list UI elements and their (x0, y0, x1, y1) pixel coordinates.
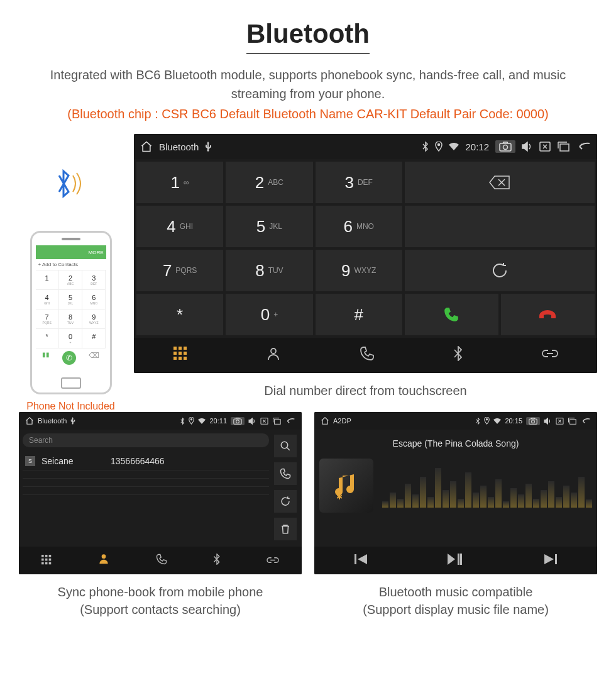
key-5[interactable]: 5JKL (226, 206, 312, 247)
tab-keypad-icon[interactable] (173, 347, 187, 364)
home-icon[interactable] (321, 416, 329, 425)
status-title: Bluetooth (159, 142, 199, 152)
key-8[interactable]: 8TUV (226, 250, 312, 291)
status-bar: Bluetooth 20:11 (19, 412, 302, 430)
recent-apps-icon[interactable] (272, 418, 281, 425)
svg-point-30 (102, 554, 106, 559)
next-track-icon[interactable] (544, 554, 557, 567)
dialer-screen: Bluetooth 20:12 (134, 134, 597, 373)
contact-badge: S (25, 456, 35, 466)
tab-contacts-icon[interactable] (97, 552, 110, 569)
svg-rect-41 (555, 554, 557, 564)
page-header: Bluetooth Integrated with BC6 Bluetooth … (0, 0, 616, 134)
key-3[interactable]: 3DEF (316, 162, 402, 203)
call-button[interactable] (405, 294, 498, 335)
page-subtitle: Integrated with BC6 Bluetooth module, su… (41, 65, 575, 103)
tab-calllog-icon[interactable] (156, 552, 167, 569)
tab-bluetooth-icon[interactable] (213, 552, 221, 569)
key-6[interactable]: 6MNO (316, 206, 402, 247)
svg-point-33 (532, 420, 535, 423)
svg-point-20 (281, 442, 288, 448)
bluetooth-status-icon (422, 142, 429, 152)
tab-calllog-icon[interactable] (360, 346, 375, 365)
svg-rect-5 (173, 347, 177, 350)
tab-pair-icon[interactable] (542, 347, 558, 364)
camera-icon[interactable] (231, 417, 245, 425)
camera-icon[interactable] (526, 417, 540, 425)
svg-rect-26 (49, 559, 52, 561)
svg-rect-11 (173, 357, 177, 360)
side-call-icon[interactable] (274, 462, 297, 485)
album-art-icon: ✱ (319, 459, 373, 513)
volume-icon[interactable] (544, 418, 552, 425)
wifi-icon (449, 143, 459, 150)
backspace-button[interactable] (405, 162, 595, 203)
usb-icon (205, 142, 212, 152)
usb-icon (70, 417, 75, 425)
recent-apps-icon[interactable] (568, 418, 576, 425)
volume-icon[interactable] (248, 418, 256, 425)
phone-keypad: 1 2ABC3DEF 4GHI5JKL6MNO 7PQRS8TUV9WXYZ *… (36, 270, 106, 348)
close-app-icon[interactable] (556, 418, 564, 425)
back-icon[interactable] (580, 418, 591, 425)
key-2[interactable]: 2ABC (226, 162, 312, 203)
svg-point-15 (191, 419, 192, 420)
side-sync-icon[interactable] (274, 490, 297, 513)
search-input[interactable]: Search (23, 433, 269, 447)
dialer-caption: Dial number direct from touchscreen (134, 382, 597, 399)
home-icon[interactable] (25, 416, 34, 425)
key-4[interactable]: 4GHI (136, 206, 223, 247)
camera-icon[interactable] (495, 140, 515, 153)
key-7[interactable]: 7PQRS (136, 250, 223, 291)
hangup-button[interactable] (501, 294, 595, 335)
bluetooth-info: (Bluetooth chip : CSR BC6 Default Blueto… (25, 107, 591, 121)
tab-contacts-icon[interactable] (266, 346, 281, 365)
location-icon (484, 417, 490, 425)
contacts-caption: Sync phone-book from mobile phone(Suppor… (19, 583, 302, 618)
key-9[interactable]: 9WXYZ (316, 250, 402, 291)
volume-icon[interactable] (522, 142, 533, 152)
key-hash[interactable]: # (316, 294, 402, 335)
back-icon[interactable] (576, 142, 591, 152)
prev-track-icon[interactable] (355, 554, 367, 567)
svg-rect-7 (184, 347, 187, 350)
key-star[interactable]: * (136, 294, 223, 335)
location-icon (189, 417, 194, 425)
key-0[interactable]: 0+ (226, 294, 312, 335)
key-1[interactable]: 1∞ (136, 162, 223, 203)
add-to-contacts: + Add to Contacts (36, 259, 106, 270)
svg-rect-28 (45, 562, 48, 565)
tab-pair-icon[interactable] (267, 552, 279, 569)
close-app-icon[interactable] (539, 142, 551, 152)
recent-apps-icon[interactable] (557, 142, 569, 152)
svg-rect-4 (560, 144, 569, 151)
music-screen: A2DP 20:15 Escape (The Pina Colada Song)… (314, 412, 597, 574)
contact-row[interactable]: S Seicane 13566664466 (23, 452, 269, 471)
side-delete-icon[interactable] (274, 518, 297, 540)
side-search-icon[interactable] (274, 435, 297, 457)
dial-keypad: 1∞ 2ABC 3DEF 4GHI 5JKL 6MNO 7PQRS 8TUV 9… (136, 162, 402, 335)
tab-bluetooth-icon[interactable] (453, 346, 463, 365)
back-icon[interactable] (285, 418, 295, 425)
status-bar: A2DP 20:15 (314, 412, 597, 430)
music-caption: Bluetooth music compatible(Support displ… (314, 583, 597, 618)
close-app-icon[interactable] (260, 418, 268, 425)
svg-text:✱: ✱ (336, 493, 343, 501)
svg-rect-22 (45, 555, 48, 557)
svg-rect-12 (179, 357, 182, 360)
wifi-icon (198, 418, 206, 424)
play-pause-icon[interactable] (448, 554, 464, 568)
bluetooth-status-icon (476, 418, 480, 425)
visualizer (382, 464, 592, 508)
svg-point-14 (271, 348, 276, 354)
svg-rect-38 (458, 554, 459, 565)
svg-point-2 (503, 145, 508, 150)
svg-point-17 (236, 420, 239, 423)
phone-mockup: MORE + Add to Contacts 1 2ABC3DEF 4GHI5J… (30, 231, 112, 394)
home-icon[interactable] (140, 140, 153, 153)
svg-rect-40 (460, 554, 462, 565)
svg-rect-25 (45, 559, 48, 561)
redial-button[interactable] (405, 250, 595, 291)
tab-keypad-icon[interactable] (41, 552, 52, 569)
svg-rect-37 (355, 554, 356, 564)
